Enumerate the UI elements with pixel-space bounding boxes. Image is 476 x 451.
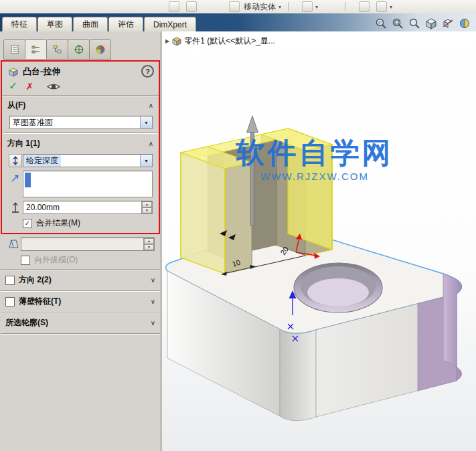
spin-down-icon[interactable]: ▼ xyxy=(142,207,152,213)
graphics-viewport[interactable]: ▶ 零件1 (默认<<默认>_显... xyxy=(162,31,476,451)
sketch-plane-dropdown[interactable]: 草图基准面 ▼ xyxy=(9,116,153,129)
panel-tab-strip xyxy=(0,31,161,60)
depth-row: 20.00mm ▲ ▼ xyxy=(8,201,153,214)
selected-reference-bar[interactable] xyxy=(25,173,31,187)
watermark-title: 软件自学网 xyxy=(236,137,394,169)
base-front-corner-face[interactable] xyxy=(280,329,316,421)
tab-configuration-manager[interactable] xyxy=(46,39,68,60)
cancel-button[interactable]: ✗ xyxy=(25,82,33,91)
tab-evaluate[interactable]: 评估 xyxy=(108,17,143,31)
move-body-label[interactable]: 移动实体 xyxy=(244,1,276,13)
zoom-fit-icon[interactable]: P xyxy=(375,17,387,29)
zoom-icon[interactable] xyxy=(408,17,420,29)
dropdown-arrow-icon[interactable]: ▼ xyxy=(140,116,152,128)
ribbon-tab-bar: 特征 草图 曲面 评估 DimXpert P xyxy=(0,13,476,31)
preview-left-front-face[interactable] xyxy=(225,163,252,274)
depth-input[interactable]: 20.00mm ▲ ▼ xyxy=(23,201,153,214)
toolbar-caret-icon[interactable]: ▾ xyxy=(390,4,392,10)
reverse-direction-icon[interactable] xyxy=(9,154,22,167)
panel-title: 凸台-拉伸 xyxy=(23,66,60,78)
toolbar-tool-icon[interactable] xyxy=(169,1,179,12)
property-manager-icon xyxy=(31,44,42,55)
spin-up-icon[interactable]: ▲ xyxy=(144,238,154,244)
toolbar-separator xyxy=(288,2,289,11)
merge-result-label: 合并结果(M) xyxy=(36,217,80,229)
toolbar-separator xyxy=(345,2,345,11)
section-selected-contours[interactable]: 所选轮廓(S) ∨ xyxy=(0,313,161,330)
model-scene[interactable]: 10 20 软件自学网 WWW.RJZXW.COM xyxy=(162,31,476,451)
merge-result-row[interactable]: ✓ 合并结果(M) xyxy=(23,217,153,229)
feature-manager-icon xyxy=(9,44,20,55)
from-row: 草图基准面 ▼ xyxy=(8,116,153,129)
chevron-down-icon: ∨ xyxy=(151,276,155,284)
svg-text:P: P xyxy=(378,21,382,25)
part-icon xyxy=(172,37,181,46)
tab-display-manager[interactable] xyxy=(89,39,111,60)
help-icon[interactable]: ? xyxy=(141,65,154,78)
direction-arrow-icon xyxy=(11,173,20,183)
draft-spinner[interactable]: ▲ ▼ xyxy=(143,238,154,250)
direction-reference-box[interactable] xyxy=(23,171,153,197)
zoom-area-icon[interactable] xyxy=(392,17,404,29)
tab-features[interactable]: 特征 xyxy=(2,17,37,31)
tab-surfaces[interactable]: 曲面 xyxy=(73,17,108,31)
annotation-red-box: 凸台-拉伸 ? ✓ ✗ 从(F) ∧ 草图基准面 ▼ 方向 1(1) ∧ xyxy=(1,60,160,234)
direction2-checkbox[interactable] xyxy=(5,276,15,285)
toolbar-tool-icon[interactable] xyxy=(186,1,197,12)
section-direction2[interactable]: 方向 2(2) ∨ xyxy=(0,270,161,287)
end-condition-dropdown[interactable]: 给定深度 ▼ xyxy=(23,154,153,167)
panel-header: 凸台-拉伸 ? xyxy=(2,62,159,80)
tab-sketch[interactable]: 草图 xyxy=(37,17,72,31)
display-manager-icon xyxy=(95,44,106,55)
boss-extrude-icon xyxy=(7,66,19,77)
depth-icon xyxy=(10,202,21,213)
chevron-down-icon: ∨ xyxy=(151,298,155,305)
appearance-icon[interactable] xyxy=(459,17,471,29)
top-toolbar: 移动实体 ▾ ▾ ▾ xyxy=(0,0,476,14)
toolbar-caret-icon[interactable]: ▾ xyxy=(315,4,318,10)
tab-property-manager[interactable] xyxy=(25,39,47,60)
draft-outward-label: 向外拔模(O) xyxy=(34,254,78,266)
heads-up-toolbar: P xyxy=(375,17,476,29)
tree-expand-icon[interactable]: ▶ xyxy=(165,38,169,44)
feature-tree-root[interactable]: ▶ 零件1 (默认<<默认>_显... xyxy=(165,35,275,47)
spin-down-icon[interactable]: ▼ xyxy=(144,244,154,250)
watermark-url: WWW.RJZXW.COM xyxy=(260,171,369,182)
toolbar-tool-icon[interactable] xyxy=(359,1,370,12)
section-thin-feature[interactable]: 薄壁特征(T) ∨ xyxy=(0,292,161,308)
toolbar-tool-icon[interactable] xyxy=(376,1,387,12)
section-from[interactable]: 从(F) ∧ xyxy=(2,96,159,112)
section-direction1[interactable]: 方向 1(1) ∧ xyxy=(2,134,159,151)
chevron-up-icon: ∧ xyxy=(149,102,153,109)
section-view-icon[interactable] xyxy=(442,17,454,29)
dropdown-arrow-icon[interactable]: ▼ xyxy=(140,155,152,167)
toolbar-tool-icon[interactable] xyxy=(302,1,313,12)
ok-button[interactable]: ✓ xyxy=(9,82,17,91)
chevron-down-icon: ∨ xyxy=(151,319,155,327)
tab-feature-manager[interactable] xyxy=(3,39,25,60)
toolbar-caret-icon[interactable]: ▾ xyxy=(279,4,281,10)
move-body-icon[interactable] xyxy=(229,1,240,12)
view-orientation-icon[interactable] xyxy=(425,17,437,29)
property-manager-panel: 凸台-拉伸 ? ✓ ✗ 从(F) ∧ 草图基准面 ▼ 方向 1(1) ∧ xyxy=(0,31,161,451)
panel-action-row: ✓ ✗ xyxy=(2,80,159,96)
draft-outward-row[interactable]: 向外拔模(O) xyxy=(21,254,155,266)
depth-spinner[interactable]: ▲ ▼ xyxy=(141,201,152,213)
hole[interactable] xyxy=(294,263,382,312)
preview-left-outer-face[interactable] xyxy=(181,153,225,274)
tab-dimxpert[interactable]: DimXpert xyxy=(144,17,196,31)
configuration-manager-icon xyxy=(52,44,63,55)
draft-icon xyxy=(8,239,19,250)
solidworks-window: { "topbar": { "move_body_label": "移动实体" … xyxy=(0,0,476,451)
divider xyxy=(1,333,160,335)
direction-reference-row xyxy=(8,171,153,197)
feature-tree-label[interactable]: 零件1 (默认<<默认>_显... xyxy=(184,35,275,47)
thin-feature-checkbox[interactable] xyxy=(5,297,15,306)
tab-dimxpert-manager[interactable] xyxy=(68,39,90,60)
draft-outward-checkbox[interactable] xyxy=(21,256,30,265)
chevron-up-icon: ∧ xyxy=(149,140,153,147)
spin-up-icon[interactable]: ▲ xyxy=(142,201,152,207)
draft-angle-input[interactable]: ▲ ▼ xyxy=(21,238,155,251)
merge-result-checkbox[interactable]: ✓ xyxy=(23,219,32,228)
preview-eye-icon[interactable] xyxy=(47,82,60,91)
